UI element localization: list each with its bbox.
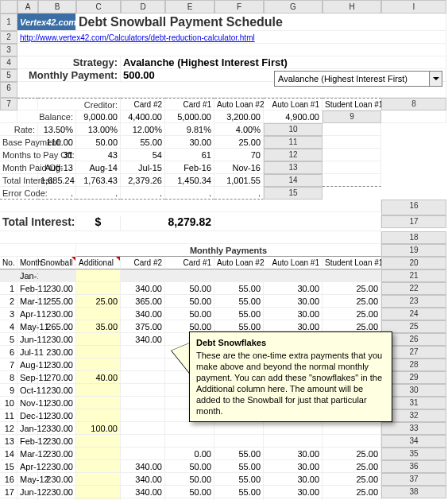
row-header[interactable]: 6 (0, 82, 17, 98)
cell-val[interactable]: 340.00 (121, 308, 165, 320)
cell-val[interactable] (165, 269, 214, 282)
cell-additional[interactable] (76, 282, 121, 295)
summary-cell[interactable]: 3,200.00 (214, 110, 264, 123)
cell-additional[interactable] (76, 435, 121, 448)
cell-val[interactable] (264, 269, 322, 282)
row-header[interactable]: 35 (381, 448, 446, 460)
cell-val[interactable] (121, 346, 165, 359)
cell-snowball[interactable]: 230.00 (38, 384, 76, 397)
row-header[interactable]: 34 (381, 435, 446, 448)
cell-val[interactable]: 55.00 (214, 486, 264, 498)
cell-additional[interactable] (76, 333, 121, 346)
cell-month[interactable]: May-12 (17, 473, 38, 486)
row-header[interactable]: 20 (381, 257, 446, 269)
cell-no[interactable]: 14 (0, 448, 17, 460)
cell-month[interactable]: Mar-12 (17, 448, 38, 460)
summary-cell[interactable]: . (38, 187, 76, 200)
cell-no[interactable]: 17 (0, 486, 17, 498)
col-header-A[interactable]: A (17, 0, 38, 14)
cell-snowball[interactable]: 330.00 (38, 422, 76, 435)
summary-cell[interactable]: 30.00 (165, 136, 214, 149)
summary-cell[interactable]: 12.00% (121, 123, 165, 136)
table-header[interactable]: Card #2 (121, 257, 165, 269)
cell-additional[interactable]: 40.00 (76, 371, 121, 384)
cell-val[interactable] (121, 371, 165, 384)
cell-val[interactable]: 0.00 (165, 448, 214, 460)
cell-no[interactable]: 1 (0, 282, 17, 295)
table-header[interactable]: Month (17, 257, 38, 269)
col-header-E[interactable]: E (165, 0, 214, 14)
cell-val[interactable]: 25.00 (322, 486, 381, 498)
cell-additional[interactable] (76, 409, 121, 422)
cell-month[interactable]: Feb-12 (17, 435, 38, 448)
cell-val[interactable] (121, 409, 165, 422)
row-header[interactable]: 36 (381, 460, 446, 473)
summary-cell[interactable]: 55.00 (121, 136, 165, 149)
row-header[interactable]: 3 (0, 44, 17, 56)
cell-val[interactable] (322, 435, 381, 448)
table-header[interactable]: Auto Loan #1 (264, 257, 322, 269)
cell-snowball[interactable]: 230.00 (38, 409, 76, 422)
cell-month[interactable]: Oct-11 (17, 384, 38, 397)
summary-cell[interactable]: 31 (38, 149, 76, 161)
summary-cell[interactable]: 1,763.43 (76, 174, 121, 187)
summary-cell[interactable]: 54 (121, 149, 165, 161)
row-header[interactable]: 21 (381, 269, 446, 282)
cell-no[interactable]: 12 (0, 422, 17, 435)
cell-snowball[interactable]: 230.00 (38, 473, 76, 486)
col-header-B[interactable]: B (38, 0, 76, 14)
summary-cell[interactable]: 43 (76, 149, 121, 161)
col-header-G[interactable]: G (264, 0, 322, 14)
cell-val[interactable]: 50.00 (165, 486, 214, 498)
cell-val[interactable]: 50.00 (165, 295, 214, 308)
cell-additional[interactable] (76, 346, 121, 359)
cell-additional[interactable] (76, 359, 121, 371)
cell-no[interactable] (0, 269, 17, 282)
cell-val[interactable]: 55.00 (214, 448, 264, 460)
cell-val[interactable] (121, 384, 165, 397)
cell-val[interactable]: 55.00 (214, 295, 264, 308)
summary-cell[interactable]: . (121, 187, 165, 200)
cell-val[interactable]: 30.00 (264, 295, 322, 308)
row-header[interactable]: 38 (381, 486, 446, 498)
cell-val[interactable] (165, 422, 214, 435)
cell-val[interactable] (121, 435, 165, 448)
row-header[interactable]: 5 (0, 69, 17, 82)
cell-additional[interactable] (76, 397, 121, 409)
cell-val[interactable] (214, 269, 264, 282)
cell-snowball[interactable]: 230.00 (38, 448, 76, 460)
cell-no[interactable]: 4 (0, 320, 17, 333)
cell-snowball[interactable]: 230.00 (38, 397, 76, 409)
row-header[interactable]: 7 (0, 98, 17, 110)
row-header[interactable]: 15 (264, 187, 322, 200)
cell-val[interactable]: 50.00 (165, 473, 214, 486)
cell-val[interactable]: 30.00 (264, 460, 322, 473)
cell-month[interactable]: Apr-11 (17, 308, 38, 320)
cell-snowball[interactable]: 230.00 (38, 333, 76, 346)
summary-cell[interactable]: . (165, 187, 214, 200)
summary-cell[interactable]: Card #2 (121, 98, 165, 110)
cell-snowball[interactable]: 230.00 (38, 282, 76, 295)
cell-val[interactable]: 340.00 (121, 486, 165, 498)
row-header[interactable]: 22 (381, 282, 446, 295)
cell-val[interactable]: 25.00 (322, 460, 381, 473)
cell-snowball[interactable]: 265.00 (38, 320, 76, 333)
summary-cell[interactable]: 1,685.24 (38, 174, 76, 187)
row-header[interactable]: 1 (0, 14, 17, 31)
summary-cell[interactable]: Feb-16 (165, 161, 214, 174)
summary-cell[interactable]: Jul-15 (121, 161, 165, 174)
summary-cell[interactable]: Aug-13 (38, 161, 76, 174)
row-header[interactable]: 2 (0, 31, 17, 44)
summary-cell[interactable]: 5,000.00 (165, 110, 214, 123)
cell-month[interactable]: Sep-11 (17, 371, 38, 384)
cell-snowball[interactable]: 230.00 (38, 486, 76, 498)
cell-additional[interactable] (76, 308, 121, 320)
summary-cell[interactable]: 1,450.34 (165, 174, 214, 187)
cell-snowball[interactable]: 230.00 (38, 435, 76, 448)
row-header[interactable]: 4 (0, 56, 17, 69)
cell-val[interactable]: 30.00 (264, 486, 322, 498)
summary-cell[interactable]: 1,001.55 (214, 174, 264, 187)
summary-cell[interactable]: 110.00 (38, 136, 76, 149)
cell-no[interactable]: 5 (0, 333, 17, 346)
cell-snowball[interactable]: 230.00 (38, 359, 76, 371)
